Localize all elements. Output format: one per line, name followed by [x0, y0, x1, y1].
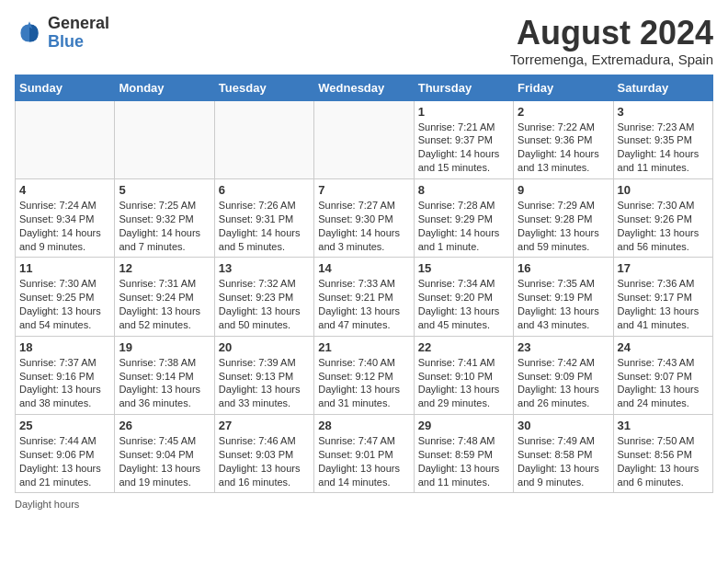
day-number: 7: [318, 183, 409, 197]
day-number: 8: [418, 183, 509, 197]
calendar-cell: 24Sunrise: 7:43 AM Sunset: 9:07 PM Dayli…: [613, 336, 712, 414]
day-of-week-header: Sunday: [16, 75, 115, 100]
calendar-cell: 5Sunrise: 7:25 AM Sunset: 9:32 PM Daylig…: [115, 178, 214, 257]
day-number: 23: [518, 340, 609, 354]
day-info: Sunrise: 7:40 AM Sunset: 9:12 PM Dayligh…: [318, 356, 409, 410]
day-info: Sunrise: 7:47 AM Sunset: 9:01 PM Dayligh…: [318, 434, 409, 488]
day-number: 6: [219, 183, 310, 197]
day-info: Sunrise: 7:46 AM Sunset: 9:03 PM Dayligh…: [219, 434, 310, 488]
calendar-cell: [115, 100, 214, 178]
day-info: Sunrise: 7:43 AM Sunset: 9:07 PM Dayligh…: [618, 356, 709, 410]
calendar-cell: 7Sunrise: 7:27 AM Sunset: 9:30 PM Daylig…: [314, 178, 414, 257]
day-info: Sunrise: 7:33 AM Sunset: 9:21 PM Dayligh…: [318, 277, 409, 331]
day-info: Sunrise: 7:32 AM Sunset: 9:23 PM Dayligh…: [219, 277, 310, 331]
days-of-week-row: SundayMondayTuesdayWednesdayThursdayFrid…: [16, 75, 713, 100]
day-info: Sunrise: 7:29 AM Sunset: 9:28 PM Dayligh…: [518, 199, 609, 253]
calendar-cell: 8Sunrise: 7:28 AM Sunset: 9:29 PM Daylig…: [414, 178, 513, 257]
day-number: 12: [119, 261, 210, 275]
day-number: 14: [318, 261, 409, 275]
calendar-cell: 17Sunrise: 7:36 AM Sunset: 9:17 PM Dayli…: [613, 258, 712, 336]
day-number: 17: [618, 261, 709, 275]
day-number: 18: [19, 340, 110, 354]
calendar-cell: 27Sunrise: 7:46 AM Sunset: 9:03 PM Dayli…: [214, 415, 313, 493]
calendar-cell: 3Sunrise: 7:23 AM Sunset: 9:35 PM Daylig…: [613, 100, 712, 178]
day-info: Sunrise: 7:44 AM Sunset: 9:06 PM Dayligh…: [19, 434, 110, 488]
day-info: Sunrise: 7:26 AM Sunset: 9:31 PM Dayligh…: [219, 199, 310, 253]
day-of-week-header: Monday: [115, 75, 214, 100]
logo-line1: General: [48, 15, 109, 33]
calendar-cell: 1Sunrise: 7:21 AM Sunset: 9:37 PM Daylig…: [414, 100, 513, 178]
calendar-cell: [214, 100, 313, 178]
calendar-week-row: 18Sunrise: 7:37 AM Sunset: 9:16 PM Dayli…: [16, 336, 713, 414]
calendar-cell: 2Sunrise: 7:22 AM Sunset: 9:36 PM Daylig…: [514, 100, 613, 178]
day-number: 20: [219, 340, 310, 354]
calendar-cell: [314, 100, 414, 178]
calendar-week-row: 4Sunrise: 7:24 AM Sunset: 9:34 PM Daylig…: [16, 178, 713, 257]
day-number: 24: [618, 340, 709, 354]
day-of-week-header: Friday: [514, 75, 613, 100]
calendar-week-row: 25Sunrise: 7:44 AM Sunset: 9:06 PM Dayli…: [16, 415, 713, 493]
day-number: 26: [119, 419, 210, 432]
day-number: 30: [518, 419, 609, 432]
day-number: 3: [618, 105, 709, 119]
day-number: 1: [418, 105, 509, 119]
calendar-cell: 28Sunrise: 7:47 AM Sunset: 9:01 PM Dayli…: [314, 415, 414, 493]
day-number: 19: [119, 340, 210, 354]
calendar-week-row: 11Sunrise: 7:30 AM Sunset: 9:25 PM Dayli…: [16, 258, 713, 336]
logo-text: General Blue: [48, 15, 109, 52]
calendar-cell: 4Sunrise: 7:24 AM Sunset: 9:34 PM Daylig…: [16, 178, 115, 257]
day-info: Sunrise: 7:28 AM Sunset: 9:29 PM Dayligh…: [418, 199, 509, 253]
day-of-week-header: Thursday: [414, 75, 513, 100]
day-number: 4: [19, 183, 110, 197]
day-info: Sunrise: 7:38 AM Sunset: 9:14 PM Dayligh…: [119, 356, 210, 410]
logo-line2: Blue: [48, 33, 109, 52]
calendar-cell: 22Sunrise: 7:41 AM Sunset: 9:10 PM Dayli…: [414, 336, 513, 414]
calendar-cell: [16, 100, 115, 178]
calendar-cell: 11Sunrise: 7:30 AM Sunset: 9:25 PM Dayli…: [16, 258, 115, 336]
day-number: 13: [219, 261, 310, 275]
day-info: Sunrise: 7:25 AM Sunset: 9:32 PM Dayligh…: [119, 199, 210, 253]
day-of-week-header: Saturday: [613, 75, 712, 100]
day-info: Sunrise: 7:30 AM Sunset: 9:26 PM Dayligh…: [618, 199, 709, 253]
calendar-week-row: 1Sunrise: 7:21 AM Sunset: 9:37 PM Daylig…: [16, 100, 713, 178]
day-number: 25: [19, 419, 110, 432]
day-number: 15: [418, 261, 509, 275]
page-title: August 2024: [510, 15, 713, 52]
day-number: 2: [518, 105, 609, 119]
day-info: Sunrise: 7:37 AM Sunset: 9:16 PM Dayligh…: [19, 356, 110, 410]
day-number: 22: [418, 340, 509, 354]
day-info: Sunrise: 7:36 AM Sunset: 9:17 PM Dayligh…: [618, 277, 709, 331]
calendar-cell: 31Sunrise: 7:50 AM Sunset: 8:56 PM Dayli…: [613, 415, 712, 493]
calendar-cell: 15Sunrise: 7:34 AM Sunset: 9:20 PM Dayli…: [414, 258, 513, 336]
day-info: Sunrise: 7:48 AM Sunset: 8:59 PM Dayligh…: [418, 434, 509, 488]
day-number: 28: [318, 419, 409, 432]
day-info: Sunrise: 7:27 AM Sunset: 9:30 PM Dayligh…: [318, 199, 409, 253]
calendar-cell: 26Sunrise: 7:45 AM Sunset: 9:04 PM Dayli…: [115, 415, 214, 493]
calendar-cell: 18Sunrise: 7:37 AM Sunset: 9:16 PM Dayli…: [16, 336, 115, 414]
calendar-cell: 10Sunrise: 7:30 AM Sunset: 9:26 PM Dayli…: [613, 178, 712, 257]
calendar-cell: 13Sunrise: 7:32 AM Sunset: 9:23 PM Dayli…: [214, 258, 313, 336]
calendar-cell: 19Sunrise: 7:38 AM Sunset: 9:14 PM Dayli…: [115, 336, 214, 414]
page-subtitle: Torremenga, Extremadura, Spain: [510, 52, 713, 67]
day-number: 27: [219, 419, 310, 432]
day-info: Sunrise: 7:45 AM Sunset: 9:04 PM Dayligh…: [119, 434, 210, 488]
calendar-cell: 9Sunrise: 7:29 AM Sunset: 9:28 PM Daylig…: [514, 178, 613, 257]
day-number: 31: [618, 419, 709, 432]
calendar-cell: 25Sunrise: 7:44 AM Sunset: 9:06 PM Dayli…: [16, 415, 115, 493]
day-info: Sunrise: 7:23 AM Sunset: 9:35 PM Dayligh…: [618, 121, 709, 175]
calendar-cell: 16Sunrise: 7:35 AM Sunset: 9:19 PM Dayli…: [514, 258, 613, 336]
calendar-cell: 6Sunrise: 7:26 AM Sunset: 9:31 PM Daylig…: [214, 178, 313, 257]
calendar-cell: 14Sunrise: 7:33 AM Sunset: 9:21 PM Dayli…: [314, 258, 414, 336]
day-info: Sunrise: 7:39 AM Sunset: 9:13 PM Dayligh…: [219, 356, 310, 410]
day-number: 29: [418, 419, 509, 432]
day-number: 11: [19, 261, 110, 275]
calendar-cell: 20Sunrise: 7:39 AM Sunset: 9:13 PM Dayli…: [214, 336, 313, 414]
calendar-cell: 23Sunrise: 7:42 AM Sunset: 9:09 PM Dayli…: [514, 336, 613, 414]
day-info: Sunrise: 7:42 AM Sunset: 9:09 PM Dayligh…: [518, 356, 609, 410]
day-info: Sunrise: 7:41 AM Sunset: 9:10 PM Dayligh…: [418, 356, 509, 410]
day-info: Sunrise: 7:30 AM Sunset: 9:25 PM Dayligh…: [19, 277, 110, 331]
day-info: Sunrise: 7:50 AM Sunset: 8:56 PM Dayligh…: [618, 434, 709, 488]
calendar-cell: 21Sunrise: 7:40 AM Sunset: 9:12 PM Dayli…: [314, 336, 414, 414]
day-info: Sunrise: 7:34 AM Sunset: 9:20 PM Dayligh…: [418, 277, 509, 331]
day-number: 5: [119, 183, 210, 197]
